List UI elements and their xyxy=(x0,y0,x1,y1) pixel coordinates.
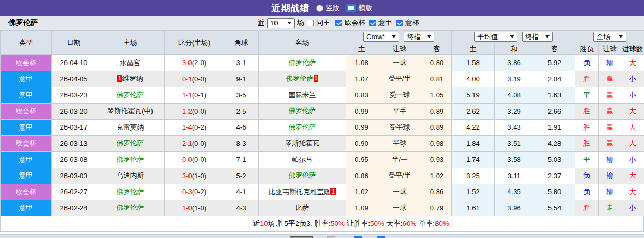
cup-label-coppa: 意杯 xyxy=(405,18,419,28)
full-time-score: 0-3 xyxy=(182,188,192,196)
team-name-text: 佛罗伦萨 xyxy=(117,204,144,212)
table-row: 欧会杯26-02-27佛罗伦萨0-3(0-2)4-1比亚韦斯托克雅盖隆11.02… xyxy=(1,184,644,200)
avg-home: 1.58 xyxy=(452,55,495,71)
league-badge: 意甲 xyxy=(1,71,52,87)
subheader-odds-away: 客 xyxy=(422,43,452,55)
odds-stage-select[interactable]: 终指 xyxy=(404,32,434,42)
page-title: 近期战绩 xyxy=(272,2,310,14)
match-date: 26-02-27 xyxy=(52,184,96,200)
result-winloss: 胜 xyxy=(575,71,599,87)
handicap: 一球 xyxy=(377,200,422,216)
full-time-score: 3-0 xyxy=(182,172,192,180)
corner-cell: 2-5 xyxy=(224,103,259,120)
same-home-checkbox[interactable] xyxy=(307,20,314,26)
match-date: 26-03-13 xyxy=(52,135,96,152)
scope-select[interactable]: 全场 xyxy=(593,32,626,42)
team-name-text: 乌迪内斯 xyxy=(117,171,144,179)
result-handicap: 输 xyxy=(599,55,621,71)
odds-away: 0.86 xyxy=(422,184,452,200)
result-goals: 大 xyxy=(621,55,644,71)
team-name-text: 琴斯托霍瓦(中) xyxy=(107,107,153,115)
avg-draw: 3.11 xyxy=(495,168,534,184)
full-time-score: 1-4 xyxy=(182,123,192,131)
near-link[interactable]: 近 xyxy=(258,18,264,28)
layout-radio-group: 竖版 xyxy=(316,3,340,13)
header-avg-group: 平均值 终指 xyxy=(452,31,575,43)
corner-cell: 5-2 xyxy=(224,168,259,184)
result-handicap: 输 xyxy=(599,168,621,184)
subheader-goals: 进球数 xyxy=(621,43,644,55)
header-away: 客场 xyxy=(259,31,346,55)
chevron-down-icon xyxy=(545,35,550,38)
cup-checkbox-coppa[interactable] xyxy=(396,20,403,26)
avg-home: 1.61 xyxy=(452,200,495,216)
avg-stage-select[interactable]: 终指 xyxy=(522,32,553,42)
result-goals: 小 xyxy=(621,87,644,104)
score-cell: 3-0(2-0) xyxy=(165,55,224,71)
vertical-layout-radio[interactable] xyxy=(316,5,323,12)
home-team-cell: 佛罗伦萨 xyxy=(96,135,165,152)
team-name-text: 克雷莫纳 xyxy=(117,123,144,131)
league-badge: 欧会杯 xyxy=(1,103,52,120)
red-card-badge: 1 xyxy=(330,188,336,195)
full-time-score[interactable]: 2-1 xyxy=(182,140,192,148)
avg-draw: 3.29 xyxy=(495,103,534,120)
league-badge: 意甲 xyxy=(1,120,52,136)
header-result-group: 全场 xyxy=(575,31,644,43)
home-team-cell: 佛罗伦萨 xyxy=(96,87,165,104)
corner-cell: 9-1 xyxy=(224,71,259,87)
avg-home: 1.52 xyxy=(452,184,495,200)
away-team-cell: 佛罗伦萨1 xyxy=(259,71,346,87)
title-bar: 近期战绩 竖版 横版 xyxy=(0,0,644,16)
score-cell: 3-0(1-0) xyxy=(165,168,224,184)
table-row: 意甲26-03-03乌迪内斯3-0(1-0)5-2佛罗伦萨0.86受平/半1.0… xyxy=(1,168,644,184)
cup-label-uecl: 欧会杯 xyxy=(345,18,365,28)
odds-away: 1.05 xyxy=(422,87,452,104)
team-name-text: 帕尔马 xyxy=(292,155,312,163)
match-date: 26-03-08 xyxy=(52,152,96,168)
team-name: 佛罗伦萨 xyxy=(8,18,38,28)
result-handicap: 输 xyxy=(599,152,621,168)
avg-home: 1.74 xyxy=(452,152,495,168)
avg-away: 5.80 xyxy=(534,184,575,200)
match-date: 26-04-10 xyxy=(52,55,96,71)
result-handicap: 走 xyxy=(599,200,621,216)
result-handicap: 输 xyxy=(599,184,621,200)
odds-home: 0.83 xyxy=(346,87,377,104)
match-date: 26-03-17 xyxy=(52,120,96,136)
handicap: 一球 xyxy=(377,55,422,71)
handicap: 受平/半 xyxy=(377,71,422,87)
avg-home: 2.62 xyxy=(452,103,495,120)
handicap: 半/一 xyxy=(377,152,422,168)
result-goals: 大 xyxy=(621,135,644,152)
handicap: 受平/半 xyxy=(377,168,422,184)
horizontal-layout-radio[interactable] xyxy=(346,4,356,12)
result-handicap: 赢 xyxy=(599,87,621,104)
odds-away: 0.79 xyxy=(422,200,452,216)
odds-home: 0.86 xyxy=(346,168,377,184)
cup-checkbox-seriea[interactable] xyxy=(369,20,376,26)
cup-checkbox-uecl[interactable] xyxy=(335,20,342,26)
half-time-score: (0-0) xyxy=(192,75,206,83)
summary-stat-value: 60% xyxy=(403,219,417,227)
horizontal-layout-label: 横版 xyxy=(359,3,373,13)
odds-away: 0.89 xyxy=(422,103,452,120)
match-count-select[interactable]: 10 xyxy=(267,18,295,28)
header-date: 日期 xyxy=(52,31,96,55)
result-handicap: 赢 xyxy=(599,103,621,120)
header-corner: 角球 xyxy=(224,31,259,55)
bookmaker-select[interactable]: Crow* xyxy=(363,32,399,42)
match-date: 26-04-05 xyxy=(52,71,96,87)
away-team-cell: 佛罗伦萨 xyxy=(259,120,346,136)
result-goals: 大 xyxy=(621,120,644,136)
avg-draw: 3.86 xyxy=(495,55,534,71)
summary-stat-value: 10 xyxy=(260,219,268,227)
team-name-text: 水晶宫 xyxy=(120,59,140,67)
home-team-cell: 琴斯托霍瓦(中) xyxy=(96,103,165,120)
summary-text: 近10场,胜5平2负3, 胜率:50% 让胜率:50% 大率:60% 单率:80… xyxy=(253,219,449,227)
league-badge: 意甲 xyxy=(1,168,52,184)
home-team-cell: 佛罗伦萨 xyxy=(96,184,165,200)
avg-away: 2.66 xyxy=(534,103,575,120)
header-score: 比分(半场) xyxy=(165,31,224,55)
avg-source-select[interactable]: 平均值 xyxy=(474,32,517,42)
